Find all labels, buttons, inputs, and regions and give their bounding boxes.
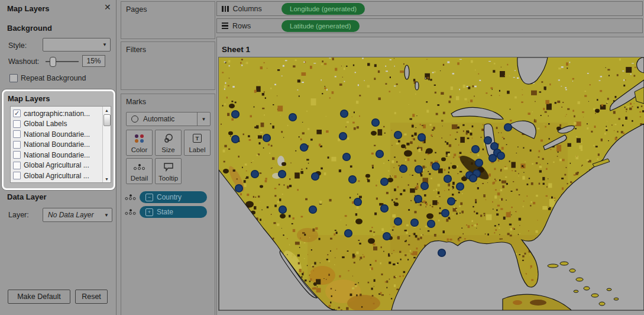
color-button[interactable]: Color bbox=[126, 130, 153, 156]
state-mark[interactable] bbox=[421, 182, 429, 190]
chevron-down-icon[interactable]: ▼ bbox=[197, 112, 210, 126]
state-mark[interactable] bbox=[309, 206, 317, 214]
country-pill[interactable]: − Country bbox=[140, 191, 207, 203]
state-mark[interactable] bbox=[372, 119, 380, 127]
washout-value[interactable]: 15% bbox=[82, 55, 105, 67]
state-mark[interactable] bbox=[341, 110, 348, 118]
reset-button[interactable]: Reset bbox=[75, 290, 108, 304]
tooltip-button[interactable]: Tooltip bbox=[155, 158, 182, 184]
state-mark[interactable] bbox=[415, 195, 422, 203]
state-mark[interactable] bbox=[432, 163, 440, 171]
state-mark[interactable] bbox=[411, 219, 419, 227]
state-mark[interactable] bbox=[279, 171, 286, 178]
state-mark[interactable] bbox=[438, 249, 446, 257]
state-mark[interactable] bbox=[349, 176, 357, 184]
layer-item[interactable]: Global Agricultural ... bbox=[13, 171, 101, 181]
layer-checkbox[interactable] bbox=[13, 172, 21, 179]
state-mark[interactable] bbox=[484, 137, 492, 144]
detail-icon bbox=[127, 159, 152, 175]
filters-card[interactable]: Filters bbox=[121, 41, 215, 90]
columns-shelf[interactable]: Longitude (generated) bbox=[276, 1, 643, 16]
state-mark[interactable] bbox=[354, 198, 362, 206]
state-mark[interactable] bbox=[232, 111, 240, 118]
state-mark[interactable] bbox=[504, 124, 512, 131]
mark-type-value: Automatic bbox=[143, 115, 174, 123]
collapse-icon[interactable]: − bbox=[145, 194, 153, 201]
scrollbar-thumb[interactable] bbox=[103, 114, 111, 126]
state-mark[interactable] bbox=[475, 159, 483, 167]
detail-button[interactable]: Detail bbox=[126, 158, 153, 184]
layer-label: Layer: bbox=[8, 211, 29, 219]
label-button[interactable]: T Label bbox=[184, 130, 211, 156]
state-mark[interactable] bbox=[444, 175, 452, 183]
layer-item[interactable]: National Boundarie... bbox=[13, 129, 101, 140]
mark-type-dropdown[interactable]: Automatic ▼ bbox=[126, 112, 211, 126]
layer-item[interactable]: Global Labels bbox=[13, 119, 101, 130]
state-mark[interactable] bbox=[448, 198, 455, 205]
layer-checkbox[interactable]: ✓ bbox=[13, 110, 21, 117]
scrollbar[interactable]: ▲ ▼ bbox=[102, 107, 111, 182]
state-mark[interactable] bbox=[470, 175, 477, 182]
style-dropdown[interactable]: ▼ bbox=[43, 38, 111, 52]
style-label: Style: bbox=[8, 41, 27, 50]
layer-checkbox[interactable] bbox=[13, 151, 21, 159]
size-button[interactable]: Size bbox=[155, 130, 182, 156]
layer-label: Global Labels bbox=[24, 120, 67, 128]
state-mark[interactable] bbox=[400, 165, 407, 173]
state-mark[interactable] bbox=[489, 155, 497, 162]
state-mark[interactable] bbox=[394, 218, 402, 226]
state-mark[interactable] bbox=[279, 206, 287, 214]
layer-checkbox[interactable] bbox=[13, 162, 21, 169]
scroll-down-icon[interactable]: ▼ bbox=[103, 175, 111, 182]
layer-checkbox[interactable] bbox=[13, 130, 21, 138]
state-mark[interactable] bbox=[235, 185, 243, 192]
repeat-background-checkbox[interactable] bbox=[9, 74, 18, 82]
state-mark[interactable] bbox=[312, 173, 319, 181]
layer-item[interactable]: National Boundarie... bbox=[13, 150, 101, 160]
data-layer-dropdown[interactable]: No Data Layer ▼ bbox=[43, 208, 112, 222]
state-mark[interactable] bbox=[381, 205, 389, 213]
state-pill[interactable]: + State bbox=[140, 206, 207, 218]
pages-card[interactable]: Pages bbox=[121, 1, 215, 39]
detail-icon bbox=[125, 194, 135, 200]
state-mark[interactable] bbox=[232, 136, 240, 143]
state-mark[interactable] bbox=[376, 150, 384, 158]
layer-item[interactable]: National Boundarie... bbox=[13, 140, 101, 150]
expand-icon[interactable]: + bbox=[145, 208, 153, 216]
close-icon[interactable]: ✕ bbox=[104, 2, 111, 12]
state-mark[interactable] bbox=[345, 230, 352, 237]
state-mark[interactable] bbox=[339, 133, 347, 140]
state-mark[interactable] bbox=[394, 131, 402, 139]
layer-checkbox[interactable] bbox=[13, 141, 21, 149]
make-default-button[interactable]: Make Default bbox=[8, 290, 70, 304]
state-mark[interactable] bbox=[457, 183, 464, 191]
layer-item[interactable]: ✓cartographic:nation... bbox=[13, 108, 101, 119]
state-mark[interactable] bbox=[300, 144, 308, 152]
layer-item[interactable]: Global Agricultural ... bbox=[13, 160, 101, 171]
latitude-pill[interactable]: Latitude (generated) bbox=[281, 20, 360, 32]
longitude-pill[interactable]: Longitude (generated) bbox=[281, 3, 365, 15]
state-mark[interactable] bbox=[251, 171, 259, 178]
state-mark[interactable] bbox=[381, 178, 389, 186]
scroll-up-icon[interactable]: ▲ bbox=[103, 107, 111, 114]
state-mark[interactable] bbox=[418, 134, 426, 142]
state-mark[interactable] bbox=[472, 146, 480, 153]
us-land-cover-map bbox=[219, 57, 644, 310]
map-view[interactable] bbox=[218, 57, 644, 311]
rows-shelf[interactable]: Latitude (generated) bbox=[276, 18, 643, 33]
detail-icon bbox=[125, 209, 135, 215]
background-heading: Background bbox=[7, 24, 52, 33]
state-mark[interactable] bbox=[289, 114, 297, 121]
state-mark[interactable] bbox=[442, 210, 449, 217]
state-mark[interactable] bbox=[383, 233, 391, 240]
state-mark[interactable] bbox=[263, 134, 271, 142]
state-mark[interactable] bbox=[343, 153, 351, 161]
layer-checkbox[interactable] bbox=[13, 120, 21, 128]
layer-label: Global Agricultural ... bbox=[24, 161, 89, 169]
state-pill-row: + State bbox=[125, 206, 207, 218]
state-mark[interactable] bbox=[415, 166, 423, 173]
state-mark[interactable] bbox=[428, 220, 435, 228]
state-mark[interactable] bbox=[497, 152, 505, 160]
washout-slider-thumb[interactable] bbox=[50, 57, 56, 67]
rows-icon bbox=[222, 22, 228, 30]
